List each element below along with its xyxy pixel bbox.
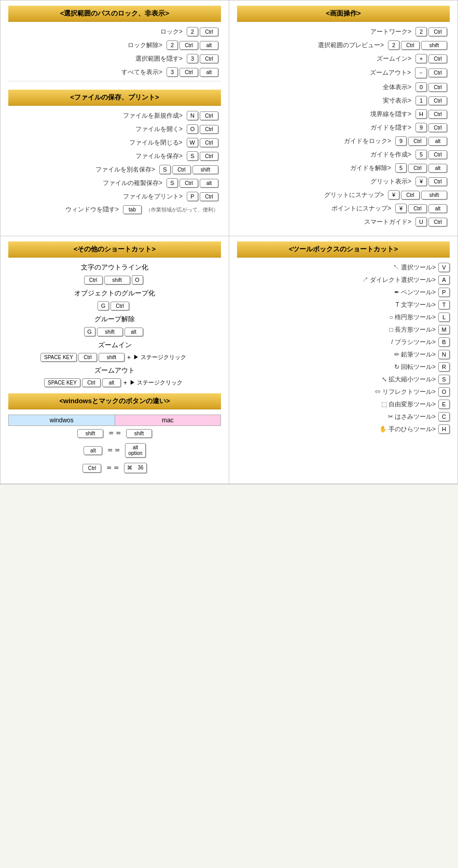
key-5-make: 5 [415, 150, 427, 159]
key-minus: － [415, 67, 427, 78]
key-alt-dup: alt [200, 179, 218, 188]
plus-zo: + [123, 379, 127, 387]
key-alt-ungroup: alt [124, 328, 143, 336]
open-file-row: ファイルを開く> O Ctrl [8, 124, 221, 134]
tool-pencil-row: ✏ 鉛筆ツール> N [237, 350, 450, 359]
print-file-keys: P Ctrl [187, 192, 218, 201]
key-ctrl-5-rel: Ctrl [408, 164, 427, 173]
save-file-row: ファイルを保存> S Ctrl [8, 151, 221, 161]
key-3-show: 3 [166, 67, 178, 77]
hide-window-label: ウィンドウを隠す> [65, 205, 119, 214]
show-all-label: すべてを表示> [121, 68, 162, 77]
artwork-row: アートワーク> 2 Ctrl [237, 27, 450, 36]
key-o: O [187, 124, 198, 134]
key-s-scale: S [438, 375, 450, 384]
key-ctrl-plus: Ctrl [428, 54, 447, 63]
tool-pencil-label: ✏ 鉛筆ツール> [394, 350, 436, 359]
key-s-dup: S [166, 178, 178, 188]
key-m: M [438, 325, 450, 334]
mac-col-header: mac [115, 415, 221, 426]
key-w: W [187, 138, 198, 147]
key-alt-9-lock: alt [428, 137, 447, 146]
key-ctrl-minus: Ctrl [428, 68, 447, 77]
tool-ellipse-row: ○ 楕円形ツール> L [237, 312, 450, 322]
key-space-zi: SPACE KEY [40, 353, 77, 362]
key-s-saveas: S [159, 165, 171, 174]
key-ctrl-prev: Ctrl [401, 41, 420, 50]
tool-reflect-label: ⇔ リフレクトツール> [374, 388, 436, 396]
key-p-pen: P [438, 288, 450, 297]
tool-text-row: T 文字ツール> T [237, 300, 450, 309]
key-r: R [438, 362, 450, 372]
zoomin-title: ズームイン [98, 341, 132, 349]
key-e: E [438, 400, 450, 409]
save-file-label: ファイルを保存> [135, 152, 183, 161]
tool-direct-row: ↗ ダイレクト選択ツール> A [237, 275, 450, 284]
make-guides-label: ガイドを作成> [370, 150, 411, 159]
key-l: L [438, 312, 450, 322]
tool-scissors-row: ✂ はさみツール> C [237, 412, 450, 421]
key-v: V [438, 263, 450, 272]
print-file-label: ファイルをプリント> [123, 192, 183, 201]
key-ctrl-1: Ctrl [428, 96, 447, 105]
saveas-file-keys: S Ctrl shift [159, 165, 218, 174]
key-2-prev: 2 [388, 40, 399, 50]
tool-hand-label: ✋ 手のひらツール> [379, 425, 436, 434]
group-keys: G Ctrl [98, 301, 129, 310]
key-t: T [438, 300, 450, 309]
snap-point-label: ポイントにスナップ> [331, 204, 391, 213]
ungroup-title: グループ解除 [94, 315, 135, 323]
key-9-hide: 9 [415, 123, 427, 132]
open-file-keys: O Ctrl [187, 124, 218, 134]
windows-col-header: windwos [8, 415, 115, 426]
zoomin-keys: SPACE KEY Ctrl shift + ▶ ステージクリック [40, 353, 186, 362]
zoomout-view-row: ズームアウト> － Ctrl [237, 67, 450, 78]
hide-selection-keys: 3 Ctrl [187, 54, 218, 63]
actual-size-row: 実寸表示> 1 Ctrl [237, 96, 450, 105]
winmac-section: <windowsとマックのボタンの違い> windwos mac shift ＝… [8, 393, 221, 473]
release-guides-label: ガイドを解除> [350, 164, 391, 173]
tool-free-label: ⬚ 自由変形ツール> [381, 400, 436, 409]
winmac-row-shift: shift ＝＝ shift [8, 429, 221, 438]
key-alt-show: alt [200, 68, 218, 77]
key-yen-snapgrid: ¥ [388, 190, 399, 200]
key-ctrl-9-lock: Ctrl [408, 137, 427, 146]
show-grid-keys: ¥ Ctrl [415, 177, 447, 186]
tool-reflect-row: ⇔ リフレクトツール> O [237, 387, 450, 396]
unlock-label: ロック解除> [128, 41, 162, 50]
snap-point-row: ポイントにスナップ> ¥ Ctrl alt [237, 204, 450, 213]
hide-window-row: ウィンドウを隠す> tab （作業領域が広がって、便利） [8, 205, 221, 214]
actual-size-label: 実寸表示> [383, 96, 411, 105]
equals-3: ＝＝ [105, 463, 120, 473]
divider-1 [8, 81, 221, 81]
zoomin-keys-row: SPACE KEY Ctrl shift + ▶ ステージクリック [8, 353, 221, 362]
key-ctrl-n: Ctrl [200, 111, 218, 120]
key-alt-snappt: alt [428, 204, 447, 213]
snap-grid-row: グリットにスナップ> ¥ Ctrl shift [237, 190, 450, 200]
actual-size-keys: 1 Ctrl [415, 96, 447, 105]
make-guides-keys: 5 Ctrl [415, 150, 447, 159]
tool-pen-row: ✒ ペンツール> P [237, 288, 450, 297]
winmac-header: <windowsとマックのボタンの違い> [8, 393, 221, 409]
key-h: H [415, 109, 427, 119]
key-ctrl-h: Ctrl [428, 110, 447, 119]
tool-scale-row: ⤡ 拡大縮小ツール> S [237, 375, 450, 384]
outline-title: 文字のアウトライン化 [81, 263, 148, 271]
tool-scissors-label: ✂ はさみツール> [388, 412, 436, 421]
key-shift-outline: shift [104, 276, 130, 284]
group-title: オブジェクトのグループ化 [74, 289, 155, 297]
key-n-pencil: N [438, 350, 450, 359]
key-tab: tab [123, 205, 142, 214]
artwork-keys: 2 Ctrl [415, 27, 447, 36]
hide-window-note: （作業領域が広がって、便利） [146, 206, 218, 214]
close-file-label: ファイルを閉じる> [129, 138, 183, 147]
save-file-keys: S Ctrl [187, 151, 218, 161]
key-a: A [438, 275, 450, 284]
tool-rect-row: □ 長方形ツール> M [237, 325, 450, 334]
ungroup-keys-row: G shift alt [8, 327, 221, 336]
show-all-keys: 3 Ctrl alt [166, 67, 218, 77]
savedup-file-row: ファイルの複製保存> S Ctrl alt [8, 178, 221, 188]
key-space-zo: SPACE KEY [44, 378, 80, 387]
ungroup-title-row: グループ解除 [8, 315, 221, 324]
key-ctrl-zi: Ctrl [78, 353, 97, 362]
